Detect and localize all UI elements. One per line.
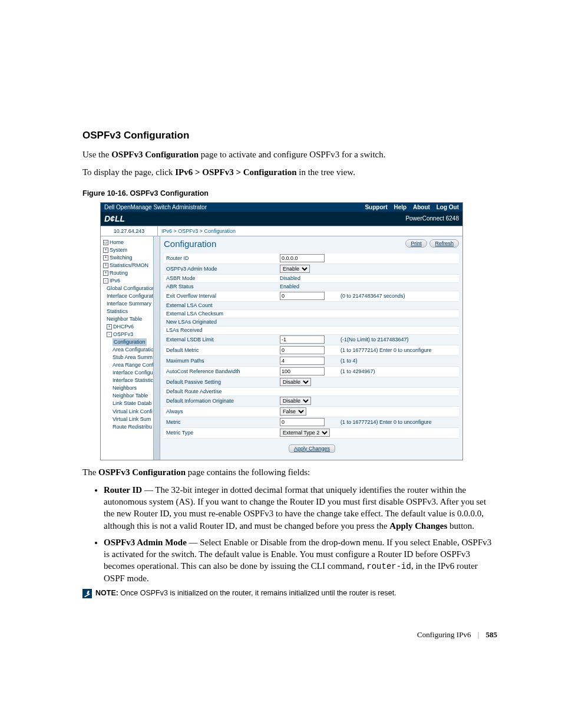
display-bold: IPv6 > OSPFv3 > Configuration xyxy=(175,167,296,177)
metric-input[interactable] xyxy=(280,418,325,426)
nav-tree[interactable]: ▭Home +System +Switching +Statistics/RMO… xyxy=(101,236,160,460)
metric-type-label: Metric Type xyxy=(164,427,277,438)
tree-scrollbar[interactable] xyxy=(153,236,160,460)
app-screenshot: Dell OpenManage Switch Administrator Sup… xyxy=(100,202,463,460)
footer-section: Configuring IPv6 xyxy=(417,630,471,639)
exit-overflow-label: Exit Overflow Interval xyxy=(164,291,277,301)
tree-area-range[interactable]: Area Range Conf xyxy=(103,361,160,369)
exit-overflow-input[interactable] xyxy=(280,292,325,300)
max-paths-hint: (1 to 4) xyxy=(338,355,459,366)
field-admin-mode: OSPFv3 Admin Mode — Select Enable or Dis… xyxy=(104,536,497,585)
admin-mode-label: OSPFv3 Admin Mode xyxy=(164,263,277,274)
intro-bold: OSPFv3 Configuration xyxy=(111,150,199,159)
abr-status-value: Enabled xyxy=(277,282,338,291)
tree-neighbors[interactable]: Neighbors xyxy=(103,384,160,392)
note-row: NOTE: Once OSPFv3 is initialized on the … xyxy=(82,589,497,598)
tree-stub-area[interactable]: Stub Area Summ xyxy=(103,354,160,361)
lsdb-limit-hint: (-1(No Limit) to 2147483647) xyxy=(338,334,459,345)
auto-bw-label: AutoCost Reference Bandwidth xyxy=(164,366,277,377)
section-heading: OSPFv3 Configuration xyxy=(82,130,497,141)
tree-neighbor-table2[interactable]: Neighbor Table xyxy=(103,392,160,400)
max-paths-label: Maximum Paths xyxy=(164,355,277,366)
passive-label: Default Passive Setting xyxy=(164,377,277,387)
intro-post: page to activate and configure OSPFv3 fo… xyxy=(199,150,385,159)
router-id-input[interactable] xyxy=(280,254,325,262)
abr-status-label: ABR Status xyxy=(164,282,277,291)
tree-routing[interactable]: +Routing xyxy=(103,269,160,277)
tree-iface-stats[interactable]: Interface Statistic xyxy=(103,377,160,384)
tree-virtual-link-config[interactable]: Virtual Link Confi xyxy=(103,408,160,416)
tree-global-config[interactable]: Global Configuration xyxy=(103,285,160,292)
route-adv-label: Default Route Advertise xyxy=(164,387,277,396)
tree-iface-summary[interactable]: Interface Summary xyxy=(103,300,160,308)
tree-switching[interactable]: +Switching xyxy=(103,254,160,262)
def-info-label: Default Information Originate xyxy=(164,396,277,406)
metric-type-select[interactable]: External Type 2 xyxy=(280,429,330,437)
apply-changes-button[interactable]: Apply Changes xyxy=(289,444,335,453)
auto-bw-input[interactable] xyxy=(280,367,325,375)
ext-lsa-count-label: External LSA Count xyxy=(164,301,277,309)
router-id-label: Router ID xyxy=(164,253,277,264)
page-title: Configuration xyxy=(164,239,216,249)
tree-dhcpv6[interactable]: +DHCPv6 xyxy=(103,323,160,331)
metric-hint: (1 to 16777214) Enter 0 to unconfigure xyxy=(338,417,459,427)
def-metric-hint: (1 to 16777214) Enter 0 to unconfigure xyxy=(338,345,459,355)
metric-label: Metric xyxy=(164,417,277,427)
note-label: NOTE: xyxy=(95,589,118,597)
def-info-select[interactable]: Disable xyxy=(280,397,311,405)
tree-route-redist[interactable]: Route Redistribu xyxy=(103,423,160,431)
tree-iface-config2[interactable]: Interface Configu xyxy=(103,369,160,377)
print-button[interactable]: Print xyxy=(405,239,427,248)
passive-select[interactable]: Disable xyxy=(280,378,311,386)
refresh-button[interactable]: Refresh xyxy=(429,239,459,248)
intro-paragraph: Use the OSPFv3 Configuration page to act… xyxy=(82,149,497,160)
tree-statistics[interactable]: Statistics xyxy=(103,308,160,315)
lsdb-limit-input[interactable] xyxy=(280,335,325,344)
tree-configuration[interactable]: Configuration xyxy=(103,338,160,346)
note-text: Once OSPFv3 is initialized on the router… xyxy=(118,589,396,597)
intro-pre: Use the xyxy=(82,150,111,159)
dell-logo: D¢LL xyxy=(104,214,125,223)
nav-help[interactable]: Help xyxy=(394,204,407,210)
new-lsas-label: New LSAs Originated xyxy=(164,318,277,326)
nav-about[interactable]: About xyxy=(413,204,430,210)
breadcrumb: IPv6 > OSPFv3 > Configuration xyxy=(158,226,239,236)
display-pre: To display the page, click xyxy=(82,167,175,177)
asbr-mode-value: Disabled xyxy=(277,274,338,282)
tree-ipv6[interactable]: -IPv6 xyxy=(103,277,160,285)
max-paths-input[interactable] xyxy=(280,357,325,365)
ext-lsa-chk-label: External LSA Checksum xyxy=(164,309,277,318)
app-title: Dell OpenManage Switch Administrator xyxy=(104,204,207,210)
tree-ospfv3[interactable]: -OSPFv3 xyxy=(103,331,160,338)
nav-support[interactable]: Support xyxy=(365,204,387,210)
note-icon xyxy=(82,589,92,598)
nav-logout[interactable]: Log Out xyxy=(437,204,459,210)
tree-stats[interactable]: +Statistics/RMON xyxy=(103,262,160,269)
admin-mode-select[interactable]: Enable xyxy=(280,265,310,273)
page-footer: Configuring IPv6 | 585 xyxy=(417,630,497,640)
display-paragraph: To display the page, click IPv6 > OSPFv3… xyxy=(82,166,497,178)
auto-bw-hint: (1 to 4294967) xyxy=(338,366,459,377)
tree-system[interactable]: +System xyxy=(103,246,160,254)
lsas-recv-label: LSAs Received xyxy=(164,326,277,334)
tree-neighbor-table[interactable]: Neighbor Table xyxy=(103,315,160,323)
figure-caption: Figure 10-16. OSPFv3 Configuration xyxy=(82,189,497,197)
tree-home[interactable]: ▭Home xyxy=(103,239,160,246)
model-label: PowerConnect 6248 xyxy=(405,215,459,222)
ip-label: 10.27.64.243 xyxy=(101,226,158,236)
app-topbar: Dell OpenManage Switch Administrator Sup… xyxy=(101,203,462,212)
def-metric-input[interactable] xyxy=(280,346,325,354)
config-form: Router ID OSPFv3 Admin ModeEnable ASBR M… xyxy=(164,253,459,439)
logo-bar: D¢LL PowerConnect 6248 xyxy=(101,212,462,226)
field-list: Router ID — The 32-bit integer in dotted… xyxy=(82,484,497,585)
always-select[interactable]: False xyxy=(280,407,306,416)
always-label: Always xyxy=(164,406,277,417)
display-post: in the tree view. xyxy=(297,167,355,177)
tree-area-config[interactable]: Area Configuratio xyxy=(103,346,160,354)
def-metric-label: Default Metric xyxy=(164,345,277,355)
tree-lsdb[interactable]: Link State Datab xyxy=(103,400,160,407)
tree-iface-config[interactable]: Interface Configurati xyxy=(103,292,160,300)
asbr-mode-label: ASBR Mode xyxy=(164,274,277,282)
tree-virtual-link-sum[interactable]: Virtual Link Sum xyxy=(103,416,160,423)
field-router-id: Router ID — The 32-bit integer in dotted… xyxy=(104,484,497,532)
